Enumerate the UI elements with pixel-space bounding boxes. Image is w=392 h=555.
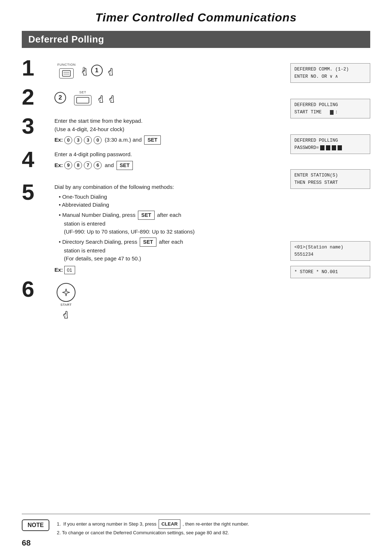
set-key-group-2: SET <box>74 90 91 105</box>
key-0b: 0 <box>94 136 102 144</box>
note-text: 1. If you enter a wrong number in Step 3… <box>57 519 249 537</box>
pw-block-3 <box>332 145 336 150</box>
step-1-number: 1 <box>22 57 51 79</box>
pw-block-4 <box>338 145 342 150</box>
display-step-2: DEFERRED POLLING START TIME : <box>290 99 370 118</box>
display-1-line2: ENTER NO. OR ∨ ∧ <box>294 73 366 80</box>
svg-rect-0 <box>62 70 70 76</box>
svg-rect-3 <box>77 97 89 103</box>
step-5-manual-3: station is entered <box>64 220 269 228</box>
display-4-line1: ENTER STATION(S) <box>294 172 366 179</box>
step-1-content: FUNCTION 1 <box>51 57 269 78</box>
display-2-line2: START TIME : <box>294 109 366 116</box>
display-step-5a: <01>(Station name) 5551234 <box>290 241 370 261</box>
step-5-ex-label: Ex: <box>54 266 63 274</box>
pw-block-1 <box>320 145 324 150</box>
display-2-line1: DEFERRED POLLING <box>294 101 366 109</box>
display-step-4: ENTER STATION(S) THEN PRESS START <box>290 169 370 189</box>
time-cursor <box>330 110 334 115</box>
function-key-icon <box>59 68 74 78</box>
page-number: 68 <box>22 538 30 548</box>
steps-area: 1 FUNCTION <box>22 57 269 322</box>
step-5-bullet-1: • One-Touch Dialing <box>59 193 269 201</box>
step-5-manual-set[interactable]: SET <box>138 211 154 220</box>
finger-icon-1a <box>81 65 89 76</box>
step-5-manual-1: • Manual Number Dialing, press <box>59 211 137 219</box>
start-icon <box>62 288 70 297</box>
display-3-line2: PASSWORD= <box>294 144 366 151</box>
svg-marker-4 <box>62 289 70 296</box>
step-5-bullet-2: • Abbreviated Dialing <box>59 201 269 209</box>
section-header: Deferred Polling <box>22 31 370 48</box>
key-9: 9 <box>64 161 72 169</box>
display-5a-line2: 5551234 <box>294 251 366 258</box>
step-1-circle: 1 <box>91 65 103 76</box>
step-3-subdesc: (Use a 4-digit, 24-hour clock) <box>54 125 269 134</box>
step-5-manual-note: (UF-990: Up to 70 stations, UF-890: Up t… <box>64 228 269 236</box>
step-4: 4 Enter a 4-digit polling password. Ex: … <box>22 148 269 177</box>
step-3-ex-label: Ex: <box>54 136 63 144</box>
step-2-circle: 2 <box>54 92 66 104</box>
display-step-5b: * STORE * NO.001 <box>290 266 370 278</box>
display-step-1: DEFERRED COMM. (1-2) ENTER NO. OR ∨ ∧ <box>290 63 370 83</box>
set-key-icon-2 <box>74 95 91 105</box>
finger-icon-2b <box>108 93 116 103</box>
step-6-content: START <box>51 278 269 319</box>
display-4-line2: THEN PRESS START <box>294 179 366 186</box>
step-1: 1 FUNCTION <box>22 57 269 82</box>
step-5-dir-note: (For details, see page 47 to 50.) <box>64 255 269 263</box>
finger-icon-2a <box>97 93 105 103</box>
step-5-dir-1: • Directory Search Dialing, press <box>59 238 139 246</box>
function-key-label: FUNCTION <box>57 62 76 68</box>
time-colon: : <box>335 109 338 116</box>
step-2-number: 2 <box>22 86 51 108</box>
step-2-content: 2 SET <box>51 86 269 105</box>
note-area: NOTE 1. If you enter a wrong number in S… <box>22 514 370 537</box>
finger-icon-6 <box>62 308 70 319</box>
finger-icon-1b <box>107 65 115 76</box>
start-button-group: START <box>54 283 78 319</box>
step-3-number: 3 <box>22 115 51 137</box>
key-7: 7 <box>84 161 92 169</box>
step-4-and: and <box>103 161 115 170</box>
step-4-content: Enter a 4-digit polling password. Ex: 9 … <box>51 148 269 170</box>
set-key-label-2: SET <box>79 90 86 95</box>
step-5-dir-3: station is entered <box>64 247 269 255</box>
step-3-content: Enter the start time from the keypad. (U… <box>51 115 269 145</box>
right-panel: DEFERRED COMM. (1-2) ENTER NO. OR ∨ ∧ DE… <box>290 57 370 281</box>
step-5-desc: Dial by any combination of the following… <box>54 183 269 191</box>
step-5-ex-value: 01 <box>64 266 75 275</box>
note-badge: NOTE <box>22 519 49 531</box>
key-3a: 3 <box>74 136 82 144</box>
step-5-content: Dial by any combination of the following… <box>51 181 269 274</box>
step-4-set-btn[interactable]: SET <box>117 161 133 170</box>
step-3: 3 Enter the start time from the keypad. … <box>22 115 269 145</box>
page: Timer Controlled Communications Deferred… <box>0 0 392 555</box>
display-5b-line1: * STORE * NO.001 <box>294 268 366 276</box>
key-0: 0 <box>64 136 72 144</box>
main-title: Timer Controlled Communications <box>22 11 370 24</box>
step-5-number: 5 <box>22 181 51 203</box>
pw-block-2 <box>326 145 330 150</box>
display-3-line1: DEFERRED POLLING <box>294 137 366 144</box>
step-4-number: 4 <box>22 148 51 171</box>
note-item-1: 1. If you enter a wrong number in Step 3… <box>57 519 249 529</box>
step-5-manual-2: after each <box>156 211 181 219</box>
step-5: 5 Dial by any combination of the followi… <box>22 181 269 274</box>
start-circle[interactable] <box>57 283 75 302</box>
step-5-dir-set[interactable]: SET <box>140 238 156 247</box>
display-step-3: DEFERRED POLLING PASSWORD= <box>290 134 370 154</box>
step-5-dir-2: after each <box>158 238 183 246</box>
note-item-2: 2. To change or cancel the Deferred Comm… <box>57 529 249 537</box>
start-label: START <box>60 303 72 308</box>
key-8: 8 <box>74 161 82 169</box>
key-3b: 3 <box>84 136 92 144</box>
step-2: 2 2 SET <box>22 86 269 111</box>
clear-key: CLEAR <box>159 519 181 529</box>
key-6: 6 <box>94 161 102 169</box>
step-4-desc: Enter a 4-digit polling password. <box>54 150 269 159</box>
step-3-set-btn[interactable]: SET <box>144 135 160 145</box>
step-6-number: 6 <box>22 278 51 300</box>
step-3-ex-suffix: (3:30 a.m.) and <box>103 136 143 144</box>
step-4-ex-label: Ex: <box>54 161 63 170</box>
